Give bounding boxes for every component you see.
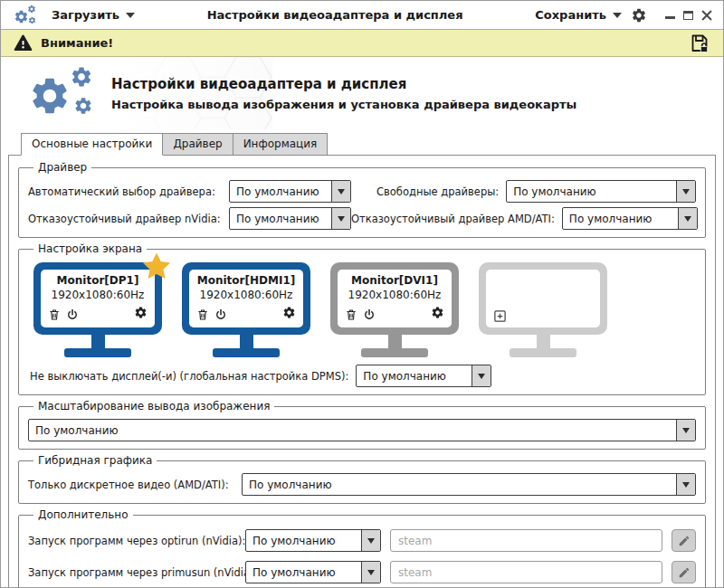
load-menu-label: Загрузить <box>52 8 119 22</box>
plus-icon <box>493 309 507 323</box>
discrete-video-select[interactable]: По умолчанию <box>242 473 696 496</box>
hybrid-group: Гибридная графика Только дискретное виде… <box>18 454 706 504</box>
dpms-label: Не выключать дисплей(-и) (глобальная нас… <box>30 370 348 383</box>
extra-group: Дополнительно Запуск программ через opti… <box>18 508 706 588</box>
discrete-video-label: Только дискретное видео (AMD/ATI): <box>28 479 242 491</box>
failsafe-nvidia-label: Отказоустойчивый драйвер nVidia: <box>28 213 229 225</box>
save-menu-button[interactable]: Сохранить <box>535 8 622 22</box>
monitor-stand <box>388 335 402 348</box>
screen-group-legend: Настройка экрана <box>33 242 147 255</box>
load-menu-button[interactable]: Загрузить <box>52 8 135 22</box>
monitor-name: Monitor[DP1] <box>48 273 148 288</box>
monitor-base <box>64 348 131 357</box>
monitor-card-dp1[interactable]: Monitor[DP1] 1920x1080:60Hz <box>33 262 162 357</box>
primusun-label: Запуск программ через primusun (nVidia): <box>28 566 245 579</box>
primary-star-icon <box>140 251 173 283</box>
dropdown-arrow-button[interactable] <box>676 181 695 202</box>
monitor-resolution: 1920x1080:60Hz <box>345 288 444 302</box>
window-title: Настройки видеоадаптера и дисплея <box>135 8 535 22</box>
failsafe-amd-select[interactable]: По умолчанию <box>562 207 698 230</box>
scaling-select[interactable]: По умолчанию <box>28 419 696 441</box>
add-monitor-button[interactable] <box>493 309 507 323</box>
dropdown-arrow-button[interactable] <box>361 530 380 551</box>
warning-text: Внимание! <box>41 36 113 50</box>
monitor-stand <box>240 335 253 348</box>
tab-panel: Драйвер Автоматический выбор драйвера: П… <box>8 155 716 588</box>
primusun-select[interactable]: По умолчанию <box>245 561 381 583</box>
warning-triangle-icon <box>14 33 33 52</box>
tab-driver[interactable]: Драйвер <box>163 133 233 156</box>
close-button[interactable] <box>701 10 712 21</box>
screen-group: Настройка экрана Monitor[DP1] 1920x1080:… <box>18 242 706 395</box>
optirun-program-input[interactable] <box>390 529 662 552</box>
app-gears-icon <box>14 5 37 26</box>
trash-icon[interactable] <box>196 308 209 321</box>
settings-gear-button[interactable] <box>631 7 647 24</box>
driver-group: Драйвер Автоматический выбор драйвера: П… <box>18 161 706 238</box>
chevron-down-icon <box>613 13 622 18</box>
free-drivers-label: Свободные драйверы: <box>376 185 499 198</box>
page-subtitle: Настройка вывода изображения и установка… <box>111 98 576 111</box>
monitor-base <box>361 348 428 357</box>
auto-driver-label: Автоматический выбор драйвера: <box>28 185 229 198</box>
dropdown-arrow-button[interactable] <box>676 474 695 495</box>
driver-group-legend: Драйвер <box>33 161 91 174</box>
free-drivers-select[interactable]: По умолчанию <box>506 180 696 203</box>
trash-icon[interactable] <box>48 308 61 321</box>
monitor-name: Monitor[HDMI1] <box>196 273 296 288</box>
monitor-settings-icon[interactable] <box>282 306 296 319</box>
minimize-button[interactable] <box>665 16 675 19</box>
hybrid-group-legend: Гибридная графика <box>33 454 157 467</box>
header-gears-icon <box>26 63 104 123</box>
failsafe-nvidia-select[interactable]: По умолчанию <box>229 207 351 230</box>
failsafe-amd-label: Отказоустойчивый драйвер AMD/ATI: <box>351 213 555 225</box>
primusun-edit-button[interactable] <box>672 561 696 583</box>
maximize-button[interactable] <box>683 11 693 20</box>
monitor-name: Monitor[DVI1] <box>345 273 444 288</box>
save-menu-label: Сохранить <box>535 8 606 22</box>
monitor-settings-icon[interactable] <box>134 306 148 319</box>
page-title: Настройки видеоадаптера и дисплея <box>111 76 576 92</box>
monitor-list: Monitor[DP1] 1920x1080:60Hz <box>28 257 696 357</box>
power-icon[interactable] <box>214 308 227 321</box>
power-icon[interactable] <box>66 308 79 321</box>
monitor-resolution: 1920x1080:60Hz <box>48 288 148 302</box>
dropdown-arrow-button[interactable] <box>676 420 695 441</box>
dropdown-arrow-button[interactable] <box>331 208 350 229</box>
scaling-group-legend: Масштабирование вывода изображения <box>33 400 274 413</box>
monitor-base <box>510 348 576 357</box>
trash-icon[interactable] <box>345 308 357 321</box>
dropdown-arrow-button[interactable] <box>678 208 697 229</box>
warning-bar: Внимание! <box>1 30 723 57</box>
dpms-select[interactable]: По умолчанию <box>356 365 491 387</box>
extra-group-legend: Дополнительно <box>33 508 133 521</box>
monitor-resolution: 1920x1080:60Hz <box>196 288 296 302</box>
power-icon[interactable] <box>363 308 376 321</box>
monitor-card-hdmi1[interactable]: Monitor[HDMI1] 1920x1080:60Hz <box>182 262 310 357</box>
monitor-base <box>213 348 280 357</box>
monitor-card-empty[interactable] <box>479 262 607 357</box>
monitor-stand <box>537 335 550 348</box>
dropdown-arrow-button[interactable] <box>361 562 380 583</box>
primusun-program-input[interactable] <box>390 561 662 583</box>
auto-driver-select[interactable]: По умолчанию <box>229 180 351 203</box>
app-window: Загрузить Настройки видеоадаптера и дисп… <box>0 0 724 588</box>
optirun-edit-button[interactable] <box>672 529 696 552</box>
tab-information[interactable]: Информация <box>233 133 329 156</box>
chevron-down-icon <box>126 13 135 18</box>
title-bar: Загрузить Настройки видеоадаптера и дисп… <box>1 1 723 30</box>
optirun-select[interactable]: По умолчанию <box>245 529 381 552</box>
monitor-card-dvi1[interactable]: Monitor[DVI1] 1920x1080:60Hz <box>330 262 459 357</box>
tab-bar: Основные настройки Драйвер Информация <box>21 133 723 156</box>
save-locked-icon[interactable] <box>689 33 710 54</box>
pencil-icon <box>678 535 691 547</box>
page-header: Настройки видеоадаптера и дисплея Настро… <box>1 57 723 129</box>
pencil-icon <box>678 566 691 579</box>
monitor-stand <box>91 335 105 348</box>
dropdown-arrow-button[interactable] <box>472 365 491 386</box>
tab-main-settings[interactable]: Основные настройки <box>21 133 163 156</box>
monitor-settings-icon[interactable] <box>431 306 444 319</box>
dropdown-arrow-button[interactable] <box>331 181 350 202</box>
scaling-group: Масштабирование вывода изображения По ум… <box>18 400 706 450</box>
optirun-label: Запуск программ через optirun (nVidia): <box>28 535 245 547</box>
